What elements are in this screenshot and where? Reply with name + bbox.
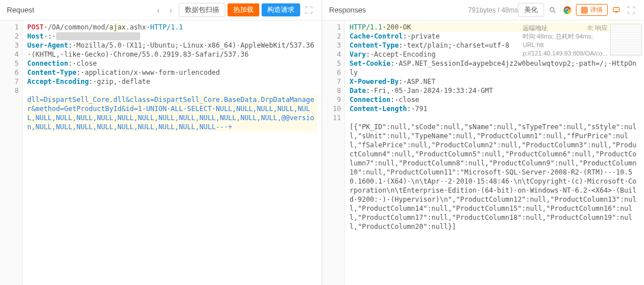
- response-thumbnail[interactable]: [610, 24, 642, 56]
- request-header-actions: ‹ › 数据包扫描 热加载 构造请求 ⛶: [153, 3, 315, 17]
- request-title: Request: [7, 6, 153, 14]
- expand-response-icon[interactable]: ⛶: [625, 4, 637, 16]
- response-panel: Responses 791bytes / 48ms 美化 详情 ⛶ 123456…: [322, 0, 644, 285]
- url-tail: p://121.40.149.83:808/OA/co...: [523, 49, 608, 58]
- response-gutter: 1234567891011: [322, 20, 345, 285]
- response-body[interactable]: 1234567891011 HTTP/1.1·200·OKCache-Contr…: [322, 20, 644, 285]
- remote-info-box: 远端地址:8; 响应 时间:48ms; 总耗时:94ms; URL:htt p:…: [523, 24, 608, 58]
- svg-rect-5: [613, 7, 620, 11]
- expand-icon[interactable]: ⛶: [302, 4, 315, 16]
- remote-label: 远端地址: [523, 24, 548, 32]
- response-title: Responses: [329, 6, 464, 14]
- request-header: Request ‹ › 数据包扫描 热加载 构造请求 ⛶: [0, 0, 322, 20]
- build-request-button[interactable]: 构造请求: [262, 3, 300, 16]
- nav-prev-icon[interactable]: ‹: [153, 5, 164, 16]
- nav-next-icon[interactable]: ›: [165, 5, 176, 16]
- request-code[interactable]: POST·/OA/common/mod/ajax.ashx·HTTP/1.1Ho…: [23, 20, 322, 285]
- request-panel: Request ‹ › 数据包扫描 热加载 构造请求 ⛶ 12345678 PO…: [0, 0, 322, 285]
- detail-icon: [581, 7, 588, 14]
- app-root: Request ‹ › 数据包扫描 热加载 构造请求 ⛶ 12345678 PO…: [0, 0, 644, 285]
- chat-icon[interactable]: [610, 4, 622, 16]
- response-meta: 791bytes / 48ms: [468, 6, 518, 14]
- response-code[interactable]: HTTP/1.1·200·OKCache-Control:·privateCon…: [345, 20, 644, 285]
- remote-suffix: :8; 响应: [587, 24, 608, 32]
- search-icon[interactable]: [546, 4, 559, 16]
- svg-line-1: [554, 11, 555, 12]
- chrome-icon[interactable]: [561, 4, 574, 16]
- hot-load-button[interactable]: 热加载: [228, 3, 259, 16]
- scan-packet-button[interactable]: 数据包扫描: [179, 3, 225, 17]
- beautify-button[interactable]: 美化: [518, 3, 544, 17]
- timing-info: 时间:48ms; 总耗时:94ms; URL:htt: [523, 32, 608, 49]
- detail-button-label: 详情: [590, 6, 603, 14]
- request-gutter: 12345678: [0, 20, 23, 285]
- nav-arrows: ‹ ›: [153, 5, 176, 16]
- detail-button[interactable]: 详情: [576, 4, 608, 16]
- request-body[interactable]: 12345678 POST·/OA/common/mod/ajax.ashx·H…: [0, 20, 322, 285]
- response-header-actions: 美化 详情 ⛶: [518, 3, 637, 17]
- response-header: Responses 791bytes / 48ms 美化 详情 ⛶: [322, 0, 644, 20]
- svg-point-0: [550, 7, 554, 11]
